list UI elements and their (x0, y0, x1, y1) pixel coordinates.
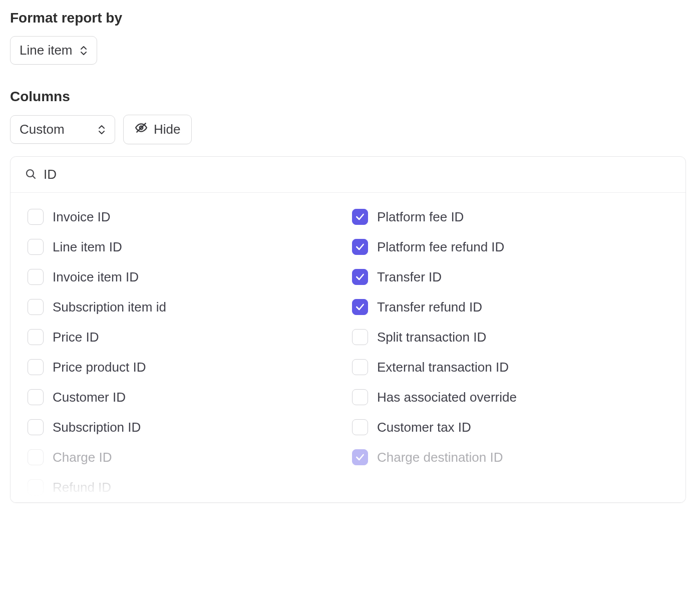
format-report-selected: Line item (20, 43, 73, 58)
eye-off-icon (135, 121, 148, 138)
column-option-row[interactable]: Platform fee ID (352, 202, 668, 232)
checkbox[interactable] (352, 299, 368, 315)
column-option-row[interactable]: Line item ID (28, 232, 344, 262)
column-option-row[interactable]: Has associated override (352, 382, 668, 412)
column-option-row[interactable]: Subscription item id (28, 292, 344, 322)
checkbox[interactable] (28, 419, 44, 435)
search-icon (25, 168, 37, 182)
column-option-label: Transfer ID (377, 269, 442, 285)
options-grid: Invoice IDLine item IDInvoice item IDSub… (11, 193, 685, 502)
checkbox[interactable] (352, 359, 368, 375)
checkbox[interactable] (352, 329, 368, 345)
column-option-label: Invoice ID (53, 209, 111, 225)
column-option-label: Charge destination ID (377, 450, 503, 465)
hide-button[interactable]: Hide (123, 115, 192, 144)
checkbox[interactable] (352, 269, 368, 285)
column-option-row[interactable]: Price product ID (28, 352, 344, 382)
format-report-label: Format report by (10, 10, 686, 26)
search-input[interactable] (44, 167, 671, 182)
hide-button-label: Hide (154, 122, 180, 137)
columns-dropdown-panel: Invoice IDLine item IDInvoice item IDSub… (10, 156, 686, 503)
columns-label: Columns (10, 89, 686, 105)
columns-section: Columns Custom Hide (10, 89, 686, 503)
column-option-label: Charge ID (53, 450, 112, 465)
checkbox[interactable] (28, 449, 44, 465)
column-option-label: Platform fee ID (377, 209, 464, 225)
checkbox[interactable] (352, 239, 368, 255)
options-right-column: Platform fee IDPlatform fee refund IDTra… (352, 202, 668, 502)
column-option-label: Price product ID (53, 360, 146, 375)
column-option-label: Price ID (53, 330, 99, 345)
column-option-row[interactable]: Customer tax ID (352, 412, 668, 442)
column-option-row[interactable]: Refund ID (28, 472, 344, 502)
column-option-label: Platform fee refund ID (377, 239, 504, 255)
checkbox[interactable] (352, 449, 368, 465)
search-row (11, 157, 685, 193)
column-option-row[interactable]: Price ID (28, 322, 344, 352)
columns-selected: Custom (20, 122, 65, 137)
column-option-label: Invoice item ID (53, 269, 139, 285)
column-option-row[interactable]: Charge destination ID (352, 442, 668, 472)
column-option-row[interactable]: Charge ID (28, 442, 344, 472)
chevron-up-down-icon (98, 125, 106, 135)
column-option-row[interactable]: Platform fee refund ID (352, 232, 668, 262)
options-left-column: Invoice IDLine item IDInvoice item IDSub… (28, 202, 344, 502)
columns-select[interactable]: Custom (10, 115, 115, 144)
checkbox[interactable] (28, 269, 44, 285)
column-option-row[interactable]: Customer ID (28, 382, 344, 412)
checkbox[interactable] (352, 419, 368, 435)
column-option-row[interactable]: Invoice ID (28, 202, 344, 232)
checkbox[interactable] (28, 209, 44, 225)
column-option-label: Customer ID (53, 390, 126, 405)
checkbox[interactable] (28, 479, 44, 495)
chevron-up-down-icon (80, 46, 88, 56)
column-option-label: Subscription ID (53, 420, 141, 435)
column-option-row[interactable]: External transaction ID (352, 352, 668, 382)
column-option-label: Subscription item id (53, 299, 166, 315)
checkbox[interactable] (28, 359, 44, 375)
checkbox[interactable] (352, 209, 368, 225)
column-option-label: Refund ID (53, 480, 111, 495)
svg-line-3 (33, 176, 35, 178)
format-report-section: Format report by Line item (10, 10, 686, 65)
column-option-row[interactable]: Invoice item ID (28, 262, 344, 292)
checkbox[interactable] (28, 389, 44, 405)
format-report-controls: Line item (10, 36, 686, 65)
column-option-row[interactable]: Subscription ID (28, 412, 344, 442)
format-report-select[interactable]: Line item (10, 36, 97, 65)
column-option-label: External transaction ID (377, 360, 509, 375)
column-option-row[interactable]: Transfer refund ID (352, 292, 668, 322)
column-option-row[interactable]: Split transaction ID (352, 322, 668, 352)
columns-controls: Custom Hide (10, 115, 686, 144)
column-option-label: Transfer refund ID (377, 299, 482, 315)
checkbox[interactable] (28, 239, 44, 255)
checkbox[interactable] (28, 299, 44, 315)
column-option-label: Has associated override (377, 390, 517, 405)
column-option-label: Customer tax ID (377, 420, 471, 435)
checkbox[interactable] (28, 329, 44, 345)
column-option-label: Line item ID (53, 239, 122, 255)
column-option-label: Split transaction ID (377, 330, 486, 345)
checkbox[interactable] (352, 389, 368, 405)
column-option-row[interactable]: Transfer ID (352, 262, 668, 292)
